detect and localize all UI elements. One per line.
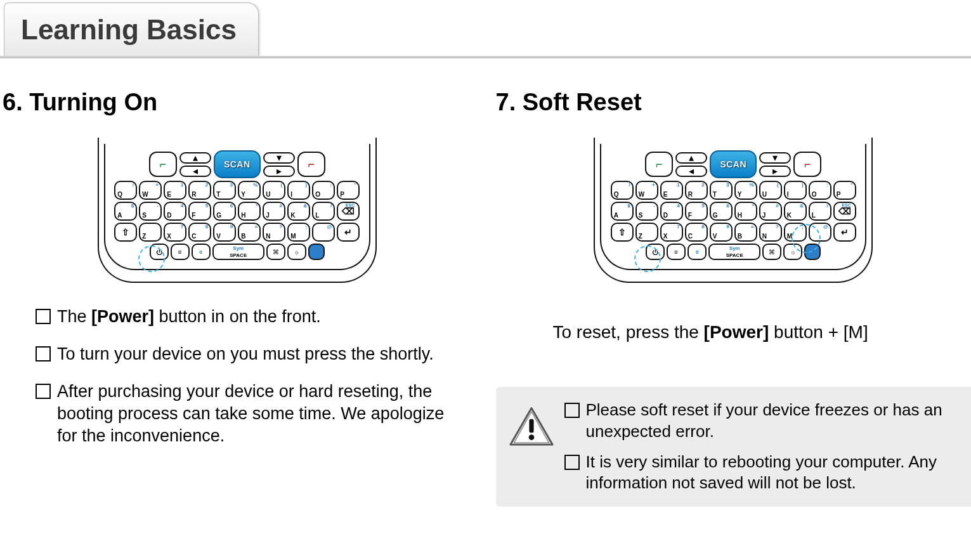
- text: After purchasing your device or hard res…: [57, 382, 444, 445]
- keycap-T: 3T: [213, 181, 236, 200]
- bullet: To turn your device on you must press th…: [36, 343, 464, 365]
- power-key: ⏻: [646, 244, 665, 260]
- keycap-R: 2R: [188, 181, 211, 200]
- keycap-↵: ↵: [337, 223, 360, 242]
- lang-key: ⌘: [762, 244, 781, 260]
- keycap-T: 3T: [710, 181, 733, 200]
- keycap-Q: !Q: [611, 181, 634, 200]
- keycap-G: 6G: [213, 202, 236, 221]
- keycap-W: +W: [635, 181, 658, 200]
- keycap-M: ;M: [287, 223, 310, 242]
- keycap-A: $A: [611, 202, 634, 221]
- keycap-F: 5F: [685, 202, 708, 221]
- keycap-U: (U: [759, 181, 782, 200]
- keycap-ESC: ESC⌫: [337, 202, 360, 221]
- heading-step-7: 7. Soft Reset: [496, 89, 972, 116]
- svg-rect-2: [529, 419, 533, 433]
- section-tab-strip: Learning Basics: [0, 0, 971, 58]
- text: Please soft reset if your device freezes…: [586, 400, 942, 441]
- keycap-S: -S: [139, 202, 162, 221]
- keycap-Q: !Q: [114, 181, 137, 200]
- fn-key: [804, 244, 821, 260]
- keycap-V: 9V: [710, 223, 733, 242]
- keycap-H: *H: [238, 202, 261, 221]
- keycap-X: 7X: [660, 223, 683, 242]
- text: To turn your device on you must press th…: [57, 344, 434, 363]
- keycap-R: 2R: [685, 181, 708, 200]
- keycap-B: =B: [238, 223, 261, 242]
- bullet: It is very similar to rebooting your com…: [564, 452, 972, 495]
- call-key: ⌐: [149, 152, 177, 177]
- keycap-H: *H: [734, 202, 757, 221]
- keycap-X: 7X: [164, 223, 186, 242]
- power-key: ⏻: [150, 244, 169, 260]
- scan-button: SCAN: [710, 150, 757, 178]
- keycap-Z: Z: [635, 223, 658, 242]
- keycap-Z: Z: [139, 223, 162, 242]
- down-arrow-key: ▾: [263, 152, 295, 164]
- light-key: ☼: [783, 244, 802, 260]
- text: It is very similar to rebooting your com…: [586, 452, 937, 493]
- text: button + [M]: [769, 322, 868, 342]
- keycap-B: =B: [734, 223, 757, 242]
- keycap-↵: ↵: [833, 223, 856, 242]
- up-arrow-key: ▴: [675, 152, 707, 164]
- keycap-N: ?N: [263, 223, 285, 242]
- keycap-C: 8C: [685, 223, 708, 242]
- keycap-W: +W: [139, 181, 162, 200]
- fn-key: [308, 244, 325, 260]
- keycap-P: "P: [337, 181, 360, 200]
- col-soft-reset: 7. Soft Reset ⌐▴◂SCAN▾▸⌐!Q+W1E2R3T%Y(U)I…: [487, 89, 972, 507]
- keycap-F: 5F: [188, 202, 211, 221]
- keycap-J: #J: [759, 202, 782, 221]
- text: button in on the front.: [154, 307, 321, 326]
- menu-key: ≡: [667, 244, 686, 260]
- keycap-E: 1E: [164, 181, 186, 200]
- keycap-L: /L: [809, 202, 831, 221]
- bullet: Please soft reset if your device freezes…: [564, 400, 972, 443]
- keycap-N: ?N: [759, 223, 782, 242]
- space-key: SymSPACE: [708, 244, 760, 260]
- keycap-A: $A: [114, 202, 137, 221]
- bullet: The [Power] button in on the front.: [36, 306, 464, 328]
- keycap-O: :O: [312, 181, 335, 200]
- keycap-D: 4D: [164, 202, 186, 221]
- space-key: SymSPACE: [212, 244, 264, 260]
- keycap-Y: %Y: [238, 181, 261, 200]
- keycap-C: 8C: [188, 223, 211, 242]
- warning-icon: [509, 406, 554, 448]
- keycap-D: 4D: [660, 202, 683, 221]
- zero-key: 0: [688, 244, 707, 260]
- keycap-K: &K: [784, 202, 807, 221]
- svg-point-3: [528, 434, 534, 440]
- keycap-E: 1E: [660, 181, 683, 200]
- device-figure-turning-on: ⌐▴◂SCAN▾▸⌐!Q+W1E2R3T%Y(U)I:O"P$A-S4D5F6G…: [3, 138, 472, 283]
- content-columns: 6. Turning On ⌐▴◂SCAN▾▸⌐!Q+W1E2R3T%Y(U)I…: [0, 89, 971, 507]
- keycap-G: 6G: [710, 202, 733, 221]
- device-figure-soft-reset: ⌐▴◂SCAN▾▸⌐!Q+W1E2R3T%Y(U)I:O"P$A-S4D5F6G…: [496, 138, 972, 283]
- text-bold: [Power]: [91, 307, 154, 326]
- up-arrow-key: ▴: [179, 152, 211, 164]
- bullet: After purchasing your device or hard res…: [36, 381, 464, 447]
- keycap-@: @: [312, 223, 335, 242]
- end-call-key: ⌐: [793, 152, 821, 177]
- lang-key: ⌘: [266, 244, 285, 260]
- keycap-K: &K: [287, 202, 310, 221]
- keycap-S: -S: [635, 202, 658, 221]
- keycap-J: #J: [263, 202, 285, 221]
- right-arrow-key: ▸: [263, 166, 295, 177]
- left-arrow-key: ◂: [179, 166, 211, 177]
- keycap-I: )I: [784, 181, 807, 200]
- keycap-ESC: ESC⌫: [833, 202, 856, 221]
- light-key: ☼: [287, 244, 306, 260]
- right-arrow-key: ▸: [759, 166, 791, 177]
- keycap-@: @: [809, 223, 831, 242]
- heading-step-6: 6. Turning On: [3, 89, 472, 116]
- text: To reset, press the: [553, 322, 704, 342]
- soft-reset-instruction: To reset, press the [Power] button + [M]: [496, 306, 972, 342]
- turning-on-bullets: The [Power] button in on the front. To t…: [3, 306, 472, 447]
- section-tab-learning-basics: Learning Basics: [4, 3, 259, 56]
- keycap-Y: %Y: [734, 181, 757, 200]
- text: The: [57, 307, 91, 326]
- call-key: ⌐: [645, 152, 673, 177]
